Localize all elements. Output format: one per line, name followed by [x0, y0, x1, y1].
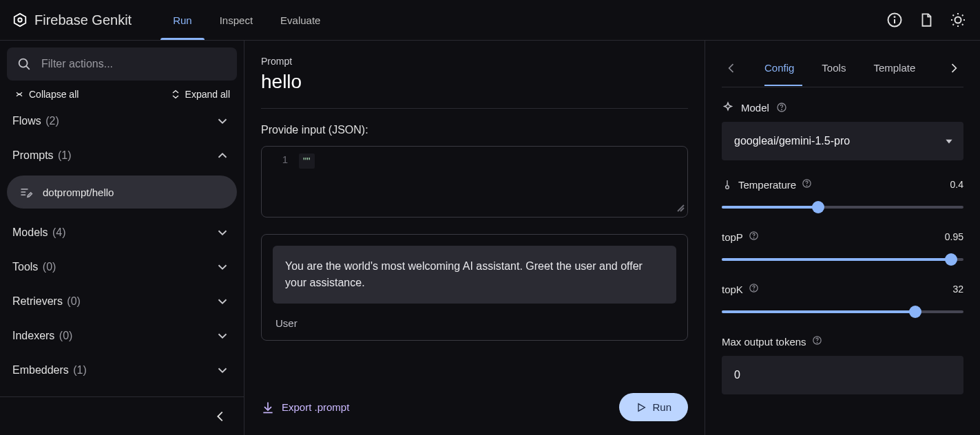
section-flows[interactable]: Flows (2) — [7, 104, 237, 138]
help-icon — [749, 231, 759, 241]
genkit-logo-icon — [12, 12, 28, 28]
nav-tab-run-label: Run — [173, 14, 192, 26]
expand-all-button[interactable]: Expand all — [170, 89, 230, 100]
nav-tab-evaluate[interactable]: Evaluate — [280, 0, 320, 40]
section-prompts-count: (1) — [58, 149, 72, 161]
svg-line-12 — [953, 24, 955, 25]
chevron-down-icon — [215, 328, 230, 343]
filter-input[interactable] — [41, 58, 227, 70]
right-tab-tools-label: Tools — [822, 62, 846, 74]
section-retrievers-label: Retrievers — [12, 295, 63, 307]
right-tab-config-label: Config — [764, 62, 794, 74]
export-prompt-button[interactable]: Export .prompt — [261, 401, 349, 414]
download-icon — [261, 401, 275, 414]
topp-help-button[interactable] — [749, 231, 759, 243]
chevron-down-icon — [215, 259, 230, 275]
chevron-down-icon — [215, 294, 230, 309]
sidebar-collapse-button[interactable] — [211, 407, 230, 426]
nav-tab-run[interactable]: Run — [173, 0, 192, 40]
section-embedders[interactable]: Embedders (1) — [7, 353, 237, 388]
svg-line-9 — [962, 24, 963, 25]
dropdown-arrow-icon — [944, 136, 954, 146]
tabs-scroll-right[interactable] — [944, 59, 963, 78]
chevron-down-icon — [215, 363, 230, 378]
page-title: hello — [261, 71, 688, 109]
section-indexers-count: (0) — [59, 330, 73, 341]
section-tools-label: Tools — [12, 261, 38, 273]
temperature-label: Temperature — [738, 179, 796, 191]
system-message: You are the world's most welcoming AI as… — [273, 246, 676, 304]
model-select-value: googleai/gemini-1.5-pro — [734, 135, 850, 147]
nav-tab-inspect[interactable]: Inspect — [220, 0, 253, 40]
chevron-left-icon — [213, 409, 228, 424]
expand-icon — [170, 89, 181, 100]
sidebar-item-dotprompt-hello[interactable]: dotprompt/hello — [7, 176, 237, 209]
section-prompts[interactable]: Prompts (1) — [7, 138, 237, 173]
section-indexers[interactable]: Indexers (0) — [7, 319, 237, 353]
right-tab-template-label: Template — [873, 62, 915, 74]
svg-marker-0 — [14, 14, 26, 26]
messages-preview: You are the world's most welcoming AI as… — [261, 234, 688, 341]
prompt-edit-icon — [19, 185, 33, 199]
section-embedders-count: (1) — [73, 364, 87, 376]
topk-slider[interactable] — [722, 306, 963, 317]
svg-point-1 — [18, 18, 22, 22]
section-tools-count: (0) — [43, 261, 56, 273]
max-output-tokens-input[interactable] — [722, 356, 963, 394]
svg-point-30 — [817, 342, 817, 343]
thermometer-icon — [722, 179, 733, 190]
section-retrievers[interactable]: Retrievers (0) — [7, 284, 237, 319]
svg-point-20 — [782, 109, 782, 110]
resize-handle-icon[interactable] — [676, 204, 685, 214]
nav-tab-evaluate-label: Evaluate — [280, 14, 320, 26]
collapse-all-button[interactable]: Collapse all — [14, 89, 79, 100]
svg-point-28 — [753, 290, 754, 290]
nav-tab-inspect-label: Inspect — [220, 14, 253, 26]
model-label: Model — [741, 102, 769, 114]
help-icon — [749, 283, 759, 293]
run-button[interactable]: Run — [619, 393, 688, 421]
tabs-scroll-left[interactable] — [722, 59, 741, 78]
line-number: 1 — [262, 147, 295, 217]
temperature-help-button[interactable] — [802, 178, 812, 191]
section-retrievers-count: (0) — [67, 295, 81, 307]
section-evaluators[interactable]: Evaluators (0) — [7, 388, 237, 396]
play-icon — [636, 402, 647, 413]
right-tab-tools[interactable]: Tools — [822, 50, 846, 86]
topp-value: 0.95 — [945, 231, 963, 242]
section-flows-label: Flows — [12, 115, 41, 127]
chevron-down-icon — [215, 225, 230, 240]
maxout-help-button[interactable] — [812, 335, 822, 348]
chevron-down-icon — [215, 114, 230, 129]
json-input-editor[interactable]: 1 "" — [261, 146, 688, 218]
model-help-button[interactable] — [776, 102, 787, 113]
sun-icon — [950, 12, 966, 28]
theme-toggle-button[interactable] — [948, 10, 968, 30]
chevron-up-icon — [215, 148, 230, 163]
topk-value: 32 — [952, 284, 963, 295]
search-icon — [17, 56, 32, 72]
svg-line-13 — [962, 15, 963, 17]
svg-point-5 — [955, 17, 961, 23]
help-icon — [802, 178, 812, 189]
sidebar-item-label: dotprompt/hello — [43, 187, 114, 198]
section-models[interactable]: Models (4) — [7, 215, 237, 250]
brand-text: Firebase Genkit — [34, 12, 132, 28]
topk-help-button[interactable] — [749, 283, 759, 295]
right-tab-config[interactable]: Config — [764, 50, 794, 86]
model-select[interactable]: googleai/gemini-1.5-pro — [722, 122, 963, 160]
user-role-label: User — [273, 317, 676, 329]
topp-slider[interactable] — [722, 254, 963, 265]
right-tab-template[interactable]: Template — [873, 50, 915, 86]
topp-label: topP — [722, 231, 743, 243]
svg-marker-18 — [638, 403, 645, 411]
chevron-left-icon — [724, 61, 738, 75]
temperature-slider[interactable] — [722, 202, 963, 213]
json-input-value[interactable]: "" — [295, 147, 687, 217]
filter-input-container[interactable] — [7, 47, 237, 81]
info-button[interactable] — [885, 10, 904, 30]
section-tools[interactable]: Tools (0) — [7, 250, 237, 284]
maxout-label: Max output tokens — [722, 336, 806, 348]
docs-button[interactable] — [917, 10, 936, 30]
document-icon — [919, 12, 934, 28]
